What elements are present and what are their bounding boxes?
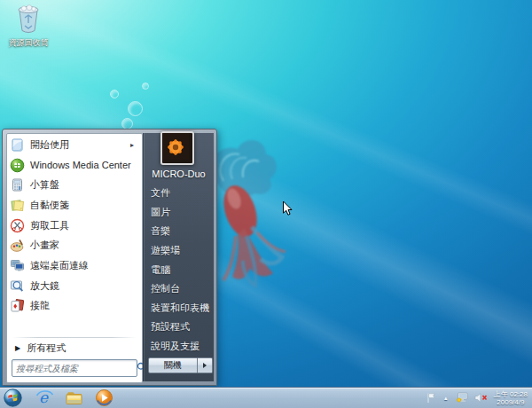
- bubble: [128, 101, 143, 116]
- start-menu-item-magnifier[interactable]: 放大鏡: [7, 276, 142, 296]
- volume-muted-icon[interactable]: [474, 392, 488, 404]
- start-menu-program-list: 開始使用 ▸ Windows Media Center 小算盤 自黏便箋: [6, 133, 143, 383]
- start-menu-item-label: 小畫家: [30, 239, 59, 252]
- recycle-bin-label: 資源回收筒: [5, 38, 51, 47]
- shutdown-options-button[interactable]: [198, 357, 213, 373]
- internet-explorer-icon: e: [35, 388, 54, 407]
- all-programs-arrow-icon: ▶: [15, 344, 20, 352]
- start-menu-places-panel: MICRO-Duo 文件 圖片 音樂 遊樂場 電腦 控制台 裝置和印表機 預設程…: [143, 133, 214, 381]
- start-menu-item-solitaire[interactable]: 接龍: [7, 296, 142, 317]
- start-menu-item-label: 開始使用: [30, 138, 69, 152]
- user-name[interactable]: MICRO-Duo: [144, 169, 214, 179]
- clock-date: 2009/4/9: [494, 398, 528, 406]
- recycle-bin-icon: [14, 4, 43, 34]
- start-menu-link-games[interactable]: 遊樂場: [144, 241, 214, 261]
- start-menu-item-media-center[interactable]: Windows Media Center: [7, 155, 142, 176]
- start-menu-link-devices-printers[interactable]: 裝置和印表機: [144, 299, 214, 318]
- flower-user-avatar: [162, 133, 189, 160]
- user-account-picture[interactable]: [160, 131, 194, 165]
- start-menu-item-label: 放大鏡: [30, 279, 59, 293]
- magnifier-icon: [10, 279, 25, 294]
- start-menu-item-label: 接龍: [30, 299, 50, 312]
- start-menu-item-snipping-tool[interactable]: 剪取工具: [7, 216, 142, 236]
- start-menu-link-help-support[interactable]: 說明及支援: [144, 337, 214, 357]
- menu-separator: [12, 337, 137, 338]
- start-search-box: [12, 359, 137, 377]
- start-menu-link-computer[interactable]: 電腦: [144, 260, 214, 279]
- start-menu-item-remote-desktop[interactable]: 遠端桌面連線: [7, 255, 142, 276]
- start-menu-item-label: Windows Media Center: [30, 160, 131, 170]
- show-hidden-icons-button[interactable]: ▲: [443, 396, 449, 401]
- network-status-icon[interactable]: [456, 392, 469, 404]
- remote-desktop-icon: [10, 258, 25, 273]
- bubble: [142, 82, 149, 90]
- calculator-icon: [10, 177, 25, 192]
- solitaire-icon: [10, 298, 25, 313]
- getting-started-icon: [10, 137, 25, 153]
- media-player-taskbar-button[interactable]: [95, 388, 113, 407]
- start-menu-link-pictures[interactable]: 圖片: [144, 203, 214, 223]
- action-center-flag-icon[interactable]: [426, 392, 436, 404]
- start-menu-link-default-programs[interactable]: 預設程式: [144, 318, 214, 337]
- start-menu-link-control-panel[interactable]: 控制台: [144, 279, 214, 299]
- mouse-cursor: [282, 200, 293, 216]
- start-search-input[interactable]: [12, 364, 137, 373]
- start-menu-item-calculator[interactable]: 小算盤: [7, 175, 142, 195]
- start-menu-link-documents[interactable]: 文件: [144, 184, 214, 203]
- taskbar-clock[interactable]: 上午 02:28 2009/4/9: [494, 390, 528, 406]
- shutdown-button[interactable]: 關機: [148, 357, 198, 373]
- submenu-arrow-icon: ▸: [130, 141, 134, 149]
- media-center-icon: [10, 158, 25, 173]
- all-programs-label: 所有程式: [27, 341, 66, 355]
- bubble: [110, 90, 119, 98]
- start-menu-link-music[interactable]: 音樂: [144, 222, 214, 241]
- clock-time: 上午 02:28: [494, 390, 528, 398]
- windows-start-orb-icon: [4, 388, 22, 407]
- folder-icon: [65, 389, 83, 406]
- windows-explorer-taskbar-button[interactable]: [65, 389, 83, 406]
- start-menu-item-label: 剪取工具: [30, 219, 69, 232]
- start-menu-item-label: 遠端桌面連線: [30, 259, 89, 272]
- start-menu-item-getting-started[interactable]: 開始使用 ▸: [7, 135, 142, 155]
- start-menu-item-paint[interactable]: 小畫家: [7, 235, 142, 255]
- start-menu-item-label: 小算盤: [30, 178, 59, 192]
- shutdown-arrow-icon: [203, 363, 207, 368]
- recycle-bin-desktop-icon[interactable]: 資源回收筒: [5, 4, 51, 47]
- internet-explorer-taskbar-button[interactable]: e: [35, 388, 54, 407]
- start-button[interactable]: [4, 388, 22, 407]
- paint-icon: [10, 238, 25, 253]
- snipping-tool-icon: [10, 218, 25, 233]
- start-menu: 開始使用 ▸ Windows Media Center 小算盤 自黏便箋: [2, 129, 217, 386]
- sticky-notes-icon: [10, 198, 25, 213]
- windows-media-player-icon: [95, 388, 113, 407]
- start-menu-item-sticky-notes[interactable]: 自黏便箋: [7, 195, 142, 216]
- taskbar: e ▲ 上午 02:28 2009/4: [0, 387, 532, 408]
- all-programs-button[interactable]: ▶ 所有程式: [7, 339, 142, 357]
- start-menu-item-label: 自黏便箋: [30, 199, 69, 212]
